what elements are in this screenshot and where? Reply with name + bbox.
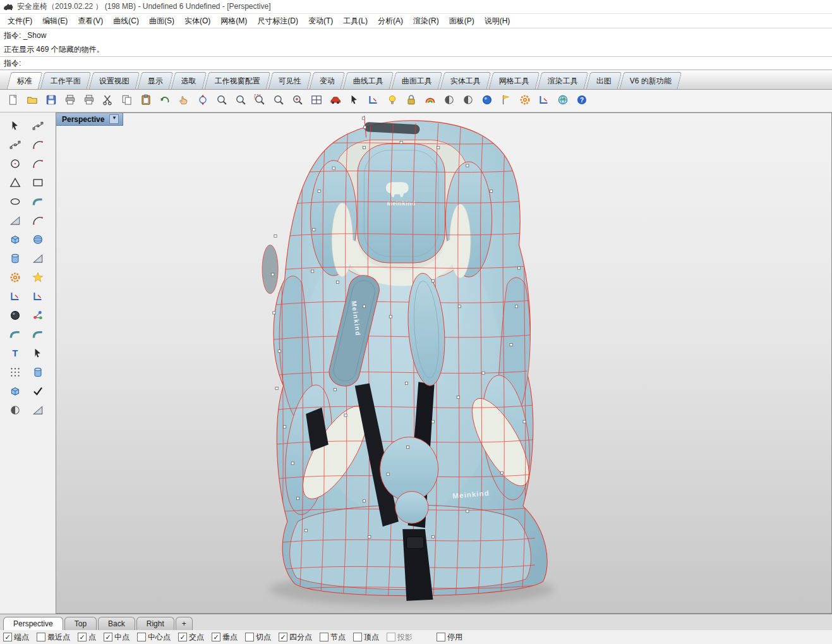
zoom-extents-button[interactable] (288, 92, 306, 110)
select-points-button[interactable] (28, 119, 47, 135)
viewport-menu-arrow-icon[interactable]: ▼ (109, 114, 119, 124)
zoom-dynamic-button[interactable] (212, 92, 231, 110)
osnap-12[interactable]: 停用 (437, 632, 462, 643)
extend-tool-button[interactable] (6, 214, 25, 229)
pan-view-button[interactable] (174, 92, 193, 110)
toolbar-tab-11[interactable]: 网格工具 (489, 72, 540, 89)
polygon-tool-button[interactable] (6, 176, 25, 191)
osnap-4[interactable]: 中心点 (137, 632, 171, 643)
rectangle-tool-button[interactable] (28, 176, 47, 191)
contour-tool-button[interactable] (28, 365, 47, 381)
paste-button[interactable] (136, 92, 155, 110)
osnap-9[interactable]: 节点 (320, 632, 346, 643)
shade-tool-button[interactable] (6, 403, 25, 419)
osnap-checkbox-11[interactable] (387, 633, 395, 641)
toolbar-tab-1[interactable]: 工作平面 (40, 72, 92, 89)
osnap-checkbox-8[interactable]: ✓ (279, 633, 287, 641)
toolbar-tab-8[interactable]: 曲线工具 (343, 72, 394, 89)
osnap-11[interactable]: 投影 (387, 632, 413, 643)
set-view-button[interactable] (345, 92, 363, 110)
menu-item-7[interactable]: 尺寸标注(D) (252, 15, 303, 28)
osnap-checkbox-1[interactable] (37, 633, 45, 641)
surface-tool-button[interactable] (6, 384, 25, 400)
loft-tool-button[interactable] (28, 403, 47, 419)
menu-item-9[interactable]: 工具(L) (338, 15, 373, 28)
pipe-tool-button[interactable] (6, 327, 25, 343)
osnap-0[interactable]: ✓端点 (3, 632, 29, 643)
menu-item-10[interactable]: 分析(A) (373, 15, 408, 28)
toolbar-tab-6[interactable]: 可见性 (268, 72, 312, 89)
perspective-viewport[interactable]: Perspective ▼ (56, 112, 832, 614)
menu-item-3[interactable]: 曲线(C) (108, 15, 144, 28)
curve-tools-button[interactable] (28, 138, 47, 154)
bend-tool-button[interactable] (28, 327, 47, 343)
zoom-selected-button[interactable] (269, 92, 287, 110)
text-tool-button[interactable]: T (6, 346, 25, 362)
osnap-checkbox-2[interactable]: ✓ (78, 633, 87, 641)
ellipse-tool-button[interactable] (6, 195, 25, 210)
save-file-button[interactable] (42, 92, 60, 110)
move-point-tool-button[interactable] (28, 346, 47, 362)
osnap-checkbox-10[interactable] (353, 633, 362, 641)
print-preview-button[interactable] (80, 92, 98, 110)
new-file-button[interactable] (4, 92, 22, 110)
menu-item-4[interactable]: 曲面(S) (144, 15, 179, 28)
shaded-display-button[interactable] (459, 92, 477, 110)
viewport-tab-perspective[interactable]: Perspective (3, 617, 63, 630)
render-preview-button[interactable] (440, 92, 458, 110)
osnap-checkbox-12[interactable] (437, 633, 445, 641)
command-history[interactable]: 指令: _Show 正在显示 469 个隐藏的物件。 (0, 28, 832, 56)
named-view-car-button[interactable] (326, 92, 344, 110)
osnap-checkbox-9[interactable] (320, 633, 329, 641)
osnap-2[interactable]: ✓点 (78, 632, 96, 643)
toolbar-tab-13[interactable]: 出图 (586, 72, 622, 89)
osnap-6[interactable]: ✓垂点 (212, 632, 238, 643)
toolbar-tab-3[interactable]: 显示 (138, 72, 174, 89)
osnap-3[interactable]: ✓中点 (104, 632, 130, 643)
gumball-button[interactable] (364, 92, 382, 110)
menu-item-2[interactable]: 查看(V) (73, 15, 108, 28)
point-edit-button[interactable] (6, 138, 25, 154)
command-prompt[interactable]: 指令: (0, 56, 832, 70)
toolbar-tab-9[interactable]: 曲面工具 (392, 72, 443, 89)
box-tool-button[interactable] (6, 233, 25, 248)
menu-item-13[interactable]: 说明(H) (479, 15, 515, 28)
arc-tool-button[interactable] (28, 157, 47, 173)
osnap-8[interactable]: ✓四分点 (279, 632, 312, 643)
osnap-1[interactable]: 最近点 (37, 632, 70, 643)
osnap-checkbox-3[interactable]: ✓ (104, 633, 112, 641)
osnap-checkbox-4[interactable] (137, 633, 146, 641)
zoom-window-button[interactable] (250, 92, 268, 110)
curve-from-object-button[interactable] (28, 195, 47, 210)
viewport-tab-top[interactable]: Top (64, 617, 97, 630)
new-viewport-tab[interactable]: + (176, 617, 193, 630)
toolbar-tab-2[interactable]: 设置视图 (89, 72, 140, 89)
viewport-title[interactable]: Perspective ▼ (56, 113, 123, 126)
render-sphere-tool-button[interactable] (6, 308, 25, 324)
menu-item-6[interactable]: 网格(M) (215, 15, 252, 28)
gears-tool-button[interactable] (6, 270, 25, 286)
copy-button[interactable] (118, 92, 136, 110)
lights-button[interactable] (383, 92, 401, 110)
point-grid-tool-button[interactable] (6, 365, 25, 381)
render-button[interactable] (421, 92, 439, 110)
select-button[interactable] (6, 119, 25, 135)
undo-button[interactable] (155, 92, 174, 110)
osnap-checkbox-0[interactable]: ✓ (3, 633, 12, 641)
viewport-tab-right[interactable]: Right (136, 617, 174, 630)
toolbar-tab-4[interactable]: 选取 (171, 72, 207, 89)
cylinder-tool-button[interactable] (6, 252, 25, 267)
document-properties-button[interactable] (515, 92, 534, 110)
align-tool-button[interactable] (28, 289, 47, 305)
toolbar-tab-10[interactable]: 实体工具 (440, 72, 491, 89)
menu-item-5[interactable]: 实体(O) (179, 15, 215, 28)
menu-item-12[interactable]: 面板(P) (444, 15, 479, 28)
raytrace-button[interactable] (478, 92, 496, 110)
menu-item-11[interactable]: 渲染(R) (408, 15, 444, 28)
toolbar-tab-7[interactable]: 变动 (310, 72, 346, 89)
toolbar-tab-0[interactable]: 标准 (7, 72, 43, 89)
circle-tool-button[interactable] (6, 157, 25, 173)
toolbar-tab-14[interactable]: V6 的新功能 (620, 72, 682, 89)
open-file-button[interactable] (23, 92, 41, 110)
menu-item-0[interactable]: 文件(F) (3, 15, 37, 28)
